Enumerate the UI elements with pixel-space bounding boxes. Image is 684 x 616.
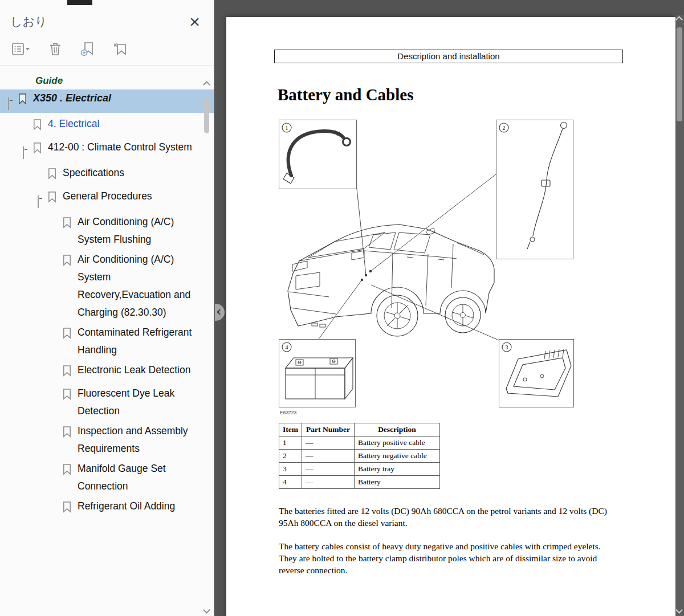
bookmarks-panel-title: しおり (10, 14, 47, 30)
table-cell: Battery positive cable (355, 436, 440, 450)
body-paragraph: The battery cables consist of heavy duty… (279, 540, 621, 576)
bookmark-item[interactable]: Air Conditioning (A/C) System Flushing (0, 213, 214, 248)
scroll-up-icon[interactable] (675, 16, 683, 23)
close-icon[interactable]: × (189, 15, 200, 28)
bookmark-item-label: 4. Electrical (48, 115, 198, 133)
table-cell: 1 (279, 436, 302, 450)
section-header-box: Description and installation (274, 50, 623, 63)
scroll-down-icon[interactable] (203, 606, 210, 614)
bookmark-item-label: 412-00 : Climate Control System (48, 138, 198, 156)
bookmark-item[interactable]: Air Conditioning (A/C) System Recovery,E… (0, 251, 214, 321)
battery-art (286, 358, 353, 399)
table-cell: Battery (355, 476, 440, 489)
bookmark-item[interactable]: 412-00 : Climate Control System (0, 138, 214, 162)
table-header-cell: Part Number (302, 423, 355, 436)
bookmark-item[interactable]: Contaminated Refrigerant Handling (0, 324, 214, 359)
bookmark-icon (32, 115, 48, 136)
table-cell: Battery negative cable (355, 450, 440, 463)
car-diagram (288, 225, 494, 336)
bookmark-item[interactable]: X350 . Electrical (0, 89, 214, 113)
window-tab-fragment (67, 0, 92, 5)
battery-figure: 1 2 3 4 (279, 114, 629, 417)
bookmark-item[interactable]: Inspection and Assembly Requirements (0, 422, 214, 458)
bookmark-item[interactable]: Refrigerant Oil Adding (0, 497, 214, 519)
document-scrollbar[interactable] (675, 15, 684, 616)
bookmark-icon (62, 361, 78, 382)
bookmark-item-label: Fluorescent Dye Leak Detection (78, 385, 198, 420)
bookmark-item[interactable]: Electronic Leak Detection (0, 361, 214, 382)
tree-collapse-icon[interactable] (8, 95, 17, 113)
sidebar-scrollbar[interactable] (202, 80, 211, 616)
body-paragraph: The batteries fitted are 12 volts (DC) 9… (279, 505, 621, 529)
bookmark-item-label: Specifications (63, 164, 198, 182)
bookmark-item-label: Air Conditioning (A/C) System Recovery,E… (78, 251, 198, 321)
bookmark-item[interactable]: 4. Electrical (0, 115, 214, 136)
callout-number-3: 3 (502, 342, 511, 352)
add-bookmark-icon[interactable] (80, 41, 96, 57)
bookmark-item-label: Inspection and Assembly Requirements (78, 422, 198, 458)
table-row: 2—Battery negative cable (279, 450, 440, 463)
sidebar-scrollbar-thumb[interactable] (204, 98, 209, 133)
bookmark-item[interactable]: Specifications (0, 164, 214, 185)
bookmark-item[interactable]: Manifold Gauge Set Connection (0, 460, 214, 495)
bookmark-item-label: X350 . Electrical (33, 89, 198, 107)
document-viewer: Description and installation Battery and… (215, 0, 684, 616)
svg-text:4: 4 (286, 344, 288, 350)
battery-tray-art (506, 349, 571, 397)
bookmark-options-icon[interactable] (11, 42, 31, 56)
document-scrollbar-thumb[interactable] (677, 27, 682, 121)
bookmark-icon (17, 89, 33, 111)
bookmark-icon (32, 138, 48, 160)
bookmark-item[interactable]: General Procedures (0, 187, 214, 211)
delete-bookmark-icon[interactable] (48, 42, 63, 56)
tree-collapse-icon[interactable] (38, 193, 47, 211)
table-cell: 2 (279, 450, 302, 463)
figure-reference-label: E63723 (280, 410, 297, 415)
table-cell: 3 (279, 463, 302, 476)
table-cell: — (302, 450, 355, 463)
callout-number-1: 1 (282, 123, 291, 132)
scroll-up-icon[interactable] (203, 81, 210, 88)
table-cell: 4 (279, 476, 302, 489)
chevron-left-icon (217, 309, 223, 315)
pdf-page: Description and installation Battery and… (226, 17, 677, 616)
page-title: Battery and Cables (278, 85, 413, 104)
svg-text:2: 2 (503, 125, 506, 131)
bookmark-icon (62, 497, 78, 519)
parts-table: ItemPart NumberDescription 1—Battery pos… (279, 423, 440, 489)
table-cell: — (302, 463, 355, 476)
bookmark-tree: Guide X350 . Electrical4. Electrical412-… (0, 66, 214, 519)
negative-cable-art (527, 123, 567, 250)
bookmark-item-label: Manifold Gauge Set Connection (78, 460, 198, 495)
scroll-down-icon[interactable] (675, 606, 683, 614)
table-row: 1—Battery positive cable (279, 436, 440, 450)
bookmark-icon (62, 251, 78, 272)
callout-number-4: 4 (282, 342, 291, 352)
bookmark-item-label: General Procedures (63, 187, 198, 205)
table-header-cell: Item (279, 423, 302, 436)
bookmark-item[interactable]: Fluorescent Dye Leak Detection (0, 385, 214, 420)
bookmark-tag-icon[interactable] (113, 41, 130, 57)
bookmark-item-label: Electronic Leak Detection (78, 361, 198, 379)
svg-text:3: 3 (506, 344, 508, 350)
bookmark-group-guide[interactable]: Guide (0, 72, 214, 89)
bookmark-icon (62, 213, 78, 234)
callout-number-2: 2 (499, 123, 508, 132)
bookmark-item-label: Contaminated Refrigerant Handling (78, 324, 198, 359)
bookmark-item-label: Refrigerant Oil Adding (78, 497, 198, 515)
bookmark-icon (62, 422, 78, 443)
bookmark-item-label: Air Conditioning (A/C) System Flushing (78, 213, 198, 248)
table-cell: — (302, 436, 355, 450)
positive-cable-art (283, 130, 351, 183)
bookmark-icon (62, 460, 78, 481)
bookmark-icon (62, 324, 78, 345)
bookmarks-panel: しおり × (0, 0, 214, 616)
bookmark-icon (62, 385, 78, 406)
table-row: 3—Battery tray (279, 463, 440, 476)
bookmarks-toolbar (0, 30, 214, 66)
bookmark-icon (47, 187, 63, 209)
table-header-cell: Description (355, 423, 440, 436)
tree-collapse-icon[interactable] (23, 144, 32, 162)
bookmark-icon (47, 164, 63, 185)
table-cell: — (302, 476, 355, 489)
